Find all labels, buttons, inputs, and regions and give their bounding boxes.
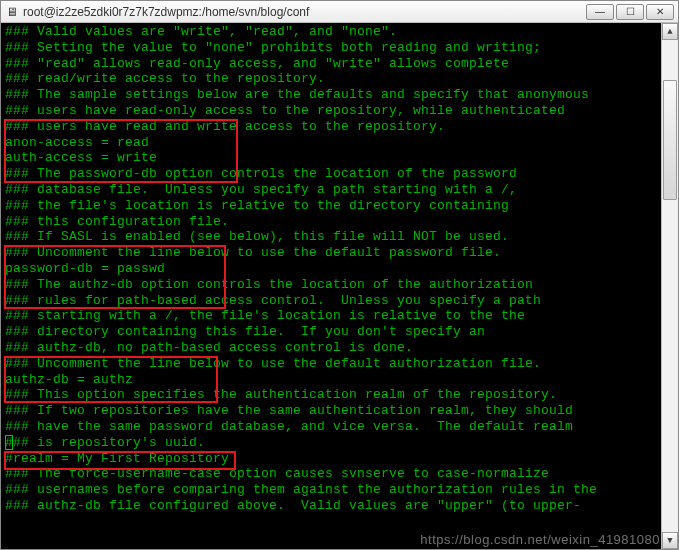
minimize-button[interactable]: —	[586, 4, 614, 20]
vertical-scrollbar[interactable]: ▲ ▼	[661, 23, 678, 549]
window-controls: — ☐ ✕	[586, 4, 674, 20]
terminal-text[interactable]: ### Valid values are "write", "read", an…	[1, 23, 678, 515]
scroll-down-button[interactable]: ▼	[662, 532, 678, 549]
titlebar[interactable]: 🖥 root@iz2ze5zdki0r7z7k7zdwpmz:/home/svn…	[1, 1, 678, 23]
maximize-button[interactable]: ☐	[616, 4, 644, 20]
close-button[interactable]: ✕	[646, 4, 674, 20]
terminal-area[interactable]: ### Valid values are "write", "read", an…	[1, 23, 678, 549]
terminal-window: 🖥 root@iz2ze5zdki0r7z7k7zdwpmz:/home/svn…	[0, 0, 679, 550]
scroll-up-button[interactable]: ▲	[662, 23, 678, 40]
window-title: root@iz2ze5zdki0r7z7k7zdwpmz:/home/svn/b…	[23, 5, 586, 19]
scroll-track[interactable]	[662, 40, 678, 532]
cursor-indicator	[5, 435, 13, 450]
watermark-text: https://blog.csdn.net/weixin_41981080	[420, 532, 660, 547]
app-icon: 🖥	[5, 5, 19, 19]
scroll-thumb[interactable]	[663, 80, 677, 200]
